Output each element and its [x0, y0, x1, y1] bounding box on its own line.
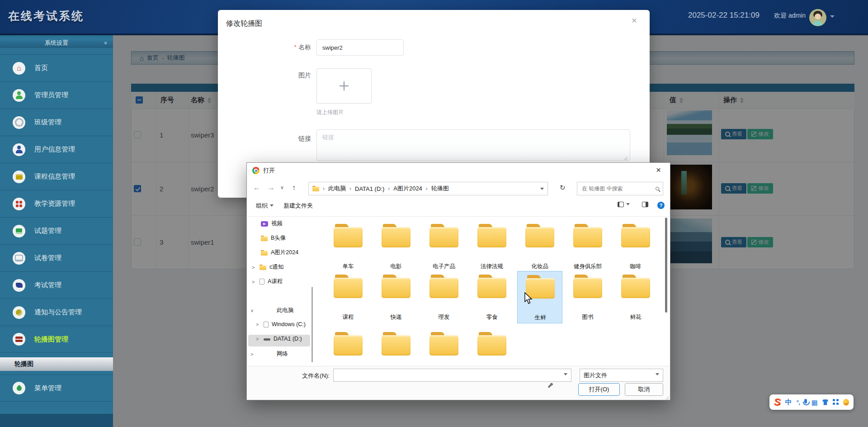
modal-close-icon[interactable]: × [632, 15, 637, 26]
sidebar-item-course-info-management[interactable]: 课程信息管理 [0, 163, 113, 190]
folder-item[interactable]: 快递 [373, 271, 419, 323]
sidebar-item-exam-management[interactable]: 考试管理 [0, 271, 113, 299]
folder-item[interactable]: 化妆品 [517, 220, 562, 273]
address-dropdown-caret-icon[interactable] [540, 188, 544, 192]
keyboard-icon[interactable]: ▦ [811, 399, 818, 406]
sidebar-item-paper-management[interactable]: 试卷管理 [0, 244, 113, 271]
search-input[interactable] [581, 185, 656, 192]
address-bar[interactable]: › 此电脑 › DATA1 (D:) › A图片2024 › 轮播图 [308, 182, 548, 195]
dialog-close-icon[interactable]: × [656, 165, 661, 175]
folder-item[interactable]: 电影 [373, 220, 419, 273]
tree-item-drive-c[interactable]: > Windows (C:) [256, 321, 306, 327]
collapse-chevrons-icon[interactable]: » [103, 42, 109, 45]
nav-forward-icon[interactable]: → [268, 184, 275, 192]
folder-item[interactable]: 课程 [326, 271, 371, 323]
sidebar-subitem-label: 轮播图 [14, 360, 33, 368]
sidebar-item-teaching-resource-management[interactable]: 教学资源管理 [0, 190, 113, 217]
emoji-icon[interactable] [843, 399, 849, 406]
folder-item[interactable]: 法律法规 [469, 220, 514, 273]
tree-item-network[interactable]: > 网络 [250, 350, 288, 358]
refresh-icon[interactable]: ↻ [560, 184, 566, 192]
collapse-chevron-icon[interactable]: ∨ [250, 308, 255, 313]
view-layout-button[interactable] [618, 202, 630, 207]
organize-button[interactable]: 组织 [256, 202, 274, 210]
expand-chevron-icon[interactable]: > [252, 265, 256, 270]
nav-back-icon[interactable]: ← [253, 184, 260, 192]
nav-item-a-pictures-2024[interactable]: A图片2024 [261, 249, 298, 256]
expand-chevron-icon[interactable]: > [256, 336, 260, 342]
folder-item[interactable]: 单车 [326, 220, 371, 273]
folder-item[interactable] [326, 328, 371, 366]
folder-item[interactable] [421, 328, 467, 366]
nav-item-c-notices[interactable]: > c通知 [252, 263, 283, 271]
sidebar-subitem-carousel[interactable]: 轮播图 [0, 357, 113, 371]
path-pictures-2024[interactable]: A图片2024 [393, 185, 422, 193]
folder-item[interactable]: 咖啡 [613, 220, 658, 273]
carousel-bars-icon [13, 333, 25, 346]
path-drive-d[interactable]: DATA1 (D:) [355, 185, 384, 192]
help-button[interactable]: ? [657, 202, 665, 209]
new-folder-button[interactable]: 新建文件夹 [283, 202, 313, 210]
nav-item-a-courses[interactable]: > A课程 [252, 278, 283, 285]
nav-item-label: 视频 [271, 220, 283, 228]
sidebar-item-home[interactable]: ⌂ 首页 [0, 54, 113, 81]
open-button[interactable]: 打开(O) [578, 383, 620, 396]
avatar-caret-icon[interactable] [830, 15, 835, 20]
preview-pane-button[interactable] [642, 202, 648, 207]
sidebar-item-label: 试题管理 [34, 227, 61, 235]
sidebar-item-user-info-management[interactable]: 用户信息管理 [0, 136, 113, 163]
expand-chevron-icon[interactable]: > [250, 351, 255, 357]
avatar[interactable] [809, 9, 826, 26]
ime-punctuation-toggle[interactable]: °, [797, 399, 800, 406]
sidebar-item-menu-management[interactable]: 菜单管理 [0, 375, 113, 402]
filename-caret-icon[interactable] [564, 373, 567, 377]
filetype-dropdown[interactable]: 图片文件 [580, 369, 663, 382]
sidebar-item-question-management[interactable]: 试题管理 [0, 217, 113, 244]
link-textarea[interactable] [316, 129, 630, 161]
path-this-pc[interactable]: 此电脑 [328, 185, 346, 193]
microphone-icon[interactable] [804, 399, 807, 403]
tree-item-this-pc[interactable]: ∨ 此电脑 [250, 307, 294, 314]
filename-combo[interactable] [333, 369, 571, 382]
folder-item[interactable]: 电子产品 [421, 220, 467, 273]
ime-language-toggle[interactable]: 中 [785, 398, 792, 407]
folder-item[interactable]: 理发 [421, 271, 467, 323]
nav-up-icon[interactable]: ↑ [292, 184, 296, 192]
nav-item-videos[interactable]: ▶ 视频 [261, 220, 283, 228]
search-box[interactable] [577, 182, 663, 195]
cancel-button[interactable]: 取消 [625, 383, 663, 396]
mouse-cursor [524, 292, 533, 304]
nav-recent-caret-icon[interactable]: ∨ [280, 185, 284, 190]
folder-item[interactable]: 健身俱乐部 [565, 220, 610, 273]
name-input[interactable] [316, 39, 404, 56]
folder-icon [477, 275, 506, 298]
nav-item-b-avatars[interactable]: B头像 [261, 234, 286, 242]
folder-grid-scrollbar[interactable] [665, 218, 667, 313]
sidebar-item-label: 管理员管理 [34, 91, 68, 100]
sidebar-item-notice-management[interactable]: 通知与公告管理 [0, 299, 113, 326]
image-upload-box[interactable] [316, 68, 372, 104]
sidebar-item-carousel-management[interactable]: 轮播图管理 [0, 326, 113, 353]
toolbox-grid-icon[interactable] [833, 399, 838, 405]
nav-pane-scrollbar[interactable] [311, 287, 313, 362]
sidebar-item-admin-management[interactable]: 管理员管理 [0, 81, 113, 109]
folder-item[interactable]: 鲜花 [613, 271, 658, 323]
folder-icon [525, 224, 554, 247]
admin-person-icon [13, 89, 25, 102]
tree-item-label: 此电脑 [277, 307, 294, 314]
filename-input[interactable] [337, 371, 564, 379]
tree-item-drive-d[interactable]: > DATA1 (D:) [256, 336, 302, 342]
folder-item[interactable] [469, 328, 514, 366]
folder-item[interactable]: 零食 [469, 271, 514, 323]
path-carousel[interactable]: 轮播图 [431, 185, 449, 193]
folder-item[interactable]: 图书 [565, 271, 610, 323]
folder-icon [477, 332, 506, 356]
sidebar-item-label: 课程信息管理 [34, 172, 75, 181]
expand-chevron-icon[interactable]: > [252, 279, 256, 285]
sidebar-item-class-management[interactable]: 班级管理 [0, 109, 113, 136]
sidebar-group-system-settings[interactable]: 系统设置 » [0, 38, 113, 48]
expand-chevron-icon[interactable]: > [256, 322, 260, 327]
skin-shirt-icon[interactable] [822, 399, 828, 405]
folder-item[interactable] [373, 328, 419, 366]
sogou-logo-icon[interactable]: S [774, 397, 781, 407]
